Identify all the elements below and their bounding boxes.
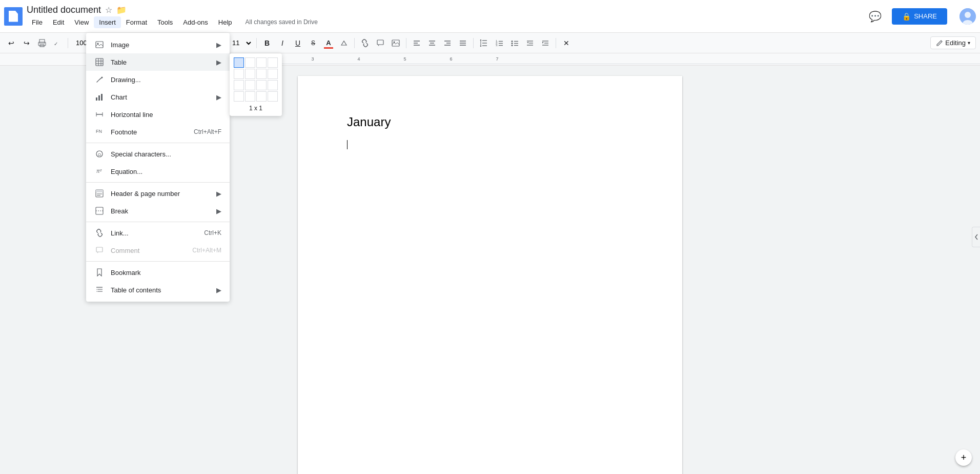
star-icon[interactable]: ☆ (105, 5, 112, 15)
chart-menu-arrow: ▶ (216, 93, 221, 101)
menu-item-table[interactable]: Table ▶ (86, 53, 230, 71)
strikethrough-button[interactable]: S (306, 36, 320, 50)
heading-january[interactable]: January (347, 113, 633, 131)
editing-chevron-icon: ▾ (968, 40, 970, 46)
clear-formatting-button[interactable]: ✕ (559, 36, 574, 50)
right-actions: 💬 🔒 SHARE (869, 8, 976, 25)
font-color-button[interactable]: A (321, 36, 336, 50)
grid-cell-4-1[interactable] (234, 91, 244, 102)
grid-cell-2-3[interactable] (256, 69, 267, 79)
menu-item-horizontal-line[interactable]: Horizontal line (86, 106, 230, 123)
grid-cell-4-2[interactable] (245, 91, 255, 102)
menu-file[interactable]: File (27, 16, 48, 28)
align-center-button[interactable] (425, 36, 439, 50)
svg-rect-74 (96, 207, 103, 214)
comment-toolbar-button[interactable] (373, 36, 387, 50)
share-button[interactable]: 🔒 SHARE (892, 8, 947, 25)
comment-icon[interactable]: 💬 (869, 10, 882, 23)
grid-cell-2-2[interactable] (245, 69, 255, 79)
break-menu-arrow: ▶ (216, 207, 221, 215)
zoom-in-button[interactable]: + (955, 449, 972, 466)
menu-item-image[interactable]: Image ▶ (86, 36, 230, 53)
redo-button[interactable]: ↪ (19, 36, 34, 50)
menu-divider-2 (86, 182, 230, 183)
svg-text:6: 6 (450, 56, 452, 62)
hline-menu-label: Horizontal line (111, 111, 221, 118)
numbered-list-button[interactable]: 1.2.3. (492, 36, 506, 50)
menu-edit[interactable]: Edit (48, 16, 69, 28)
document-title[interactable]: Untitled document (27, 5, 101, 15)
editing-mode-button[interactable]: Editing ▾ (930, 36, 976, 49)
italic-button[interactable]: I (275, 36, 290, 50)
image-toolbar-button[interactable] (389, 36, 403, 50)
grid-cell-4-3[interactable] (256, 91, 267, 102)
underline-button[interactable]: U (291, 36, 305, 50)
font-size-select[interactable]: 11 (228, 36, 253, 50)
menu-help[interactable]: Help (213, 16, 237, 28)
menu-item-equation[interactable]: π² Equation... (86, 163, 230, 180)
table-menu-label: Table (111, 58, 212, 66)
document-content[interactable]: January (347, 113, 633, 151)
menu-item-link[interactable]: Link... Ctrl+K (86, 224, 230, 242)
svg-rect-61 (98, 95, 100, 101)
justify-button[interactable] (456, 36, 470, 50)
grid-cell-2-4[interactable] (268, 69, 278, 79)
grid-cell-1-4[interactable] (268, 57, 278, 68)
link-shortcut: Ctrl+K (204, 229, 221, 236)
svg-text:Ω: Ω (98, 152, 101, 157)
grid-cell-1-3[interactable] (256, 57, 267, 68)
drawing-menu-icon (94, 74, 105, 85)
menu-item-break[interactable]: Break ▶ (86, 202, 230, 220)
menu-addons[interactable]: Add-ons (178, 16, 213, 28)
bold-button[interactable]: B (260, 36, 274, 50)
menu-divider-3 (86, 222, 230, 222)
zoom-controls: + (955, 449, 972, 466)
highlight-button[interactable] (337, 36, 351, 50)
svg-rect-71 (96, 190, 103, 192)
menu-item-drawing[interactable]: Drawing... (86, 71, 230, 88)
text-cursor-line (347, 140, 633, 151)
menu-item-special-chars[interactable]: Ω Special characters... (86, 145, 230, 163)
menu-item-chart[interactable]: Chart ▶ (86, 88, 230, 106)
align-right-button[interactable] (440, 36, 455, 50)
decrease-indent-button[interactable] (523, 36, 537, 50)
grid-cell-2-1[interactable] (234, 69, 244, 79)
svg-rect-60 (96, 97, 97, 101)
collapse-sidebar-button[interactable] (972, 227, 980, 247)
toolbar-separator-7 (406, 38, 406, 48)
menu-item-header-page[interactable]: Header & page number ▶ (86, 185, 230, 202)
menu-view[interactable]: View (69, 16, 94, 28)
bookmark-menu-label: Bookmark (111, 269, 221, 276)
menu-tools[interactable]: Tools (152, 16, 178, 28)
menu-item-footnote[interactable]: FN Footnote Ctrl+Alt+F (86, 123, 230, 141)
grid-cell-3-3[interactable] (256, 80, 267, 90)
increase-indent-button[interactable] (538, 36, 553, 50)
document-page[interactable]: January (298, 76, 682, 474)
grid-cell-1-2[interactable] (245, 57, 255, 68)
folder-icon[interactable]: 📁 (116, 5, 127, 15)
link-button[interactable] (358, 36, 372, 50)
svg-text:π²: π² (96, 168, 102, 174)
spellcheck-button[interactable]: ✓ (50, 36, 65, 50)
user-avatar[interactable] (959, 8, 976, 25)
menu-item-toc[interactable]: Table of contents ▶ (86, 281, 230, 299)
align-left-button[interactable] (410, 36, 424, 50)
grid-cell-4-4[interactable] (268, 91, 278, 102)
menu-item-bookmark[interactable]: Bookmark (86, 264, 230, 281)
toc-menu-label: Table of contents (111, 286, 212, 294)
menu-format[interactable]: Format (121, 16, 152, 28)
svg-rect-43 (195, 64, 980, 64)
grid-cell-3-1[interactable] (234, 80, 244, 90)
svg-rect-62 (101, 94, 103, 101)
grid-cell-1-1[interactable] (234, 57, 244, 68)
undo-button[interactable]: ↩ (4, 36, 18, 50)
menu-insert[interactable]: Insert (94, 16, 121, 28)
grid-cell-3-2[interactable] (245, 80, 255, 90)
print-button[interactable] (35, 36, 49, 50)
grid-cell-3-4[interactable] (268, 80, 278, 90)
line-spacing-button[interactable] (477, 36, 491, 50)
table-grid (234, 57, 278, 102)
footnote-menu-label: Footnote (111, 128, 194, 136)
header-page-menu-arrow: ▶ (216, 190, 221, 198)
bulleted-list-button[interactable] (507, 36, 522, 50)
